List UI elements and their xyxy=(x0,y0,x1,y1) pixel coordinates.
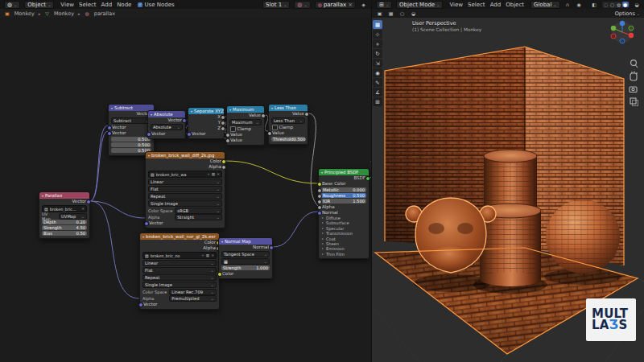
editor-type-button[interactable]: ⊞ ⌄ xyxy=(376,1,392,9)
vector-value-field[interactable]: 0.500 xyxy=(111,137,151,142)
menu-item[interactable]: Add xyxy=(99,2,115,8)
shader-type-dropdown[interactable]: Object ⌄ xyxy=(24,1,54,9)
socket-normal-output[interactable]: Normal xyxy=(219,245,272,250)
node-image-texture-normal[interactable]: ▾broken_brick_wall_nor_gl_2k.exr Color A… xyxy=(139,232,220,310)
solid-shading-icon[interactable]: ○ xyxy=(609,2,616,7)
node-math-less-than[interactable]: ▾Less Than Value Less Than⌄ Clamp Value … xyxy=(268,104,308,145)
color-space-dropdown[interactable]: sRGB⌄ xyxy=(175,208,222,214)
socket-vector-input[interactable]: Vector xyxy=(146,220,225,226)
unlink-image-button[interactable]: × xyxy=(211,253,214,257)
node-parallax[interactable]: ▾Parallax Vector ▤ broken_bric... × UV M… xyxy=(39,191,90,239)
alpha-mode-dropdown[interactable]: Premultiplied⌄ xyxy=(169,295,217,302)
socket-value-input[interactable]: Value xyxy=(227,132,264,138)
socket-value-input[interactable]: Value xyxy=(269,130,308,136)
socket-z-output[interactable]: Z xyxy=(188,125,224,131)
node-separate-xyz[interactable]: ▾Separate XYZ X Y Z Vector xyxy=(188,107,225,139)
wireframe-shading-icon[interactable]: ◌ xyxy=(603,2,609,7)
navigation-gizmo[interactable] xyxy=(611,21,634,43)
snap-magnet-icon[interactable]: ∩ xyxy=(564,2,572,8)
extension-dropdown[interactable]: Repeat⌄ xyxy=(148,193,222,200)
socket-base-color-input[interactable]: Base Color xyxy=(319,181,369,187)
uvmap-dropdown[interactable]: UVMap⌄ xyxy=(59,213,87,220)
interpolation-dropdown[interactable]: Linear⌄ xyxy=(148,179,222,185)
image-selector[interactable]: ▤ broken_bric_wa + ▦ × xyxy=(148,171,222,178)
move-tool[interactable]: + xyxy=(373,39,382,48)
vector-value-field[interactable]: 0.500 xyxy=(111,142,151,147)
operation-dropdown[interactable]: Maximum⌄ xyxy=(229,119,262,125)
xray-toggle-icon[interactable]: ◧ xyxy=(591,2,598,8)
alpha-mode-dropdown[interactable]: Straight⌄ xyxy=(175,214,222,220)
node-header[interactable]: ▾Less Than xyxy=(269,105,308,111)
menu-item[interactable]: Select xyxy=(465,2,488,8)
unlink-image-button[interactable]: × xyxy=(217,172,220,176)
socket-value-output[interactable]: Value xyxy=(227,113,264,118)
socket-alpha-input[interactable]: Alpha xyxy=(319,204,369,210)
source-dropdown[interactable]: Single Image⌄ xyxy=(148,200,222,207)
socket-alpha-output[interactable]: Alpha xyxy=(140,245,219,251)
socket-vector-output[interactable]: Vector xyxy=(148,117,185,123)
menu-item[interactable]: Object xyxy=(503,2,526,8)
socket-normal-input[interactable]: Normal xyxy=(319,210,369,216)
rotate-tool[interactable]: ↻ xyxy=(373,49,382,58)
viewport-3d[interactable]: ▦⊹+↻⇲◉✎∡⊞ User Perspective (1) Scene Col… xyxy=(372,18,644,362)
clamp-checkbox[interactable]: Clamp xyxy=(227,126,264,132)
menu-item[interactable]: View xyxy=(58,2,76,8)
source-dropdown[interactable]: Single Image⌄ xyxy=(142,282,217,288)
tweak-select-icon[interactable]: ▣ xyxy=(376,10,383,17)
material-slot-dropdown[interactable]: Slot 1 ⌄ xyxy=(262,1,290,9)
pan-hand-icon[interactable] xyxy=(630,72,637,81)
menu-item[interactable]: View xyxy=(447,2,465,8)
socket-vector-output[interactable]: Vector xyxy=(39,199,89,204)
node-header[interactable]: ▾Maximum xyxy=(227,106,264,113)
menu-item[interactable]: Select xyxy=(76,2,99,8)
node-header[interactable]: ▾Subtract xyxy=(109,105,154,111)
open-image-button[interactable]: ▦ xyxy=(206,253,209,257)
editor-type-button[interactable]: ◍ ⌄ xyxy=(4,1,20,9)
node-vector-absolute[interactable]: ▾Absolute Vector Absolute⌄ Vector xyxy=(147,110,186,139)
operation-dropdown[interactable]: Subtract⌄ xyxy=(111,117,151,124)
measure-tool[interactable]: ∡ xyxy=(373,88,382,97)
color-space-dropdown[interactable]: Linear Rec.709⌄ xyxy=(169,289,217,295)
unlink-material-button[interactable]: × xyxy=(348,2,353,8)
scale-tool[interactable]: ⇲ xyxy=(373,59,382,68)
strength-slider[interactable]: Strength4.50 xyxy=(42,225,87,230)
uvmap-field[interactable]: ▦⌄ xyxy=(221,258,270,265)
node-header[interactable]: ▾broken_brick_wall_nor_gl_2k.exr xyxy=(140,233,219,240)
socket-color-input[interactable]: Color xyxy=(219,271,272,277)
gizmo-z-neg[interactable] xyxy=(620,39,625,43)
socket-y-output[interactable]: Y xyxy=(188,120,224,125)
new-image-button[interactable]: + xyxy=(207,172,210,176)
socket-color-output[interactable]: Color xyxy=(146,158,225,164)
proportional-editing-icon[interactable]: ◉ xyxy=(576,2,583,8)
annotate-tool[interactable]: ✎ xyxy=(373,78,382,87)
image-selector[interactable]: ▤ broken_bric_no + ▦ × xyxy=(142,252,217,259)
menu-item[interactable]: Node xyxy=(114,2,134,8)
rendered-shading-icon[interactable]: ● xyxy=(622,2,629,7)
options-dropdown[interactable]: Options ⌄ xyxy=(615,10,640,17)
node-normal-map[interactable]: ▾Normal Map Normal Tangent Space⌄ ▦⌄ Str… xyxy=(218,237,273,279)
brick-sphere[interactable] xyxy=(546,200,620,274)
breadcrumb-object[interactable]: Monkey xyxy=(14,10,35,17)
node-principled-bsdf[interactable]: ▾Principled BSDF BSDF Base Color Metalli… xyxy=(318,168,369,259)
breadcrumb-data[interactable]: Monkey xyxy=(54,10,74,17)
extension-dropdown[interactable]: Repeat⌄ xyxy=(142,274,217,281)
perspective-toggle-icon[interactable] xyxy=(630,98,638,106)
select-circle-mode-icon[interactable]: ○ xyxy=(398,10,406,17)
zoom-icon[interactable] xyxy=(631,60,638,68)
gizmo-x-neg[interactable] xyxy=(611,34,616,39)
material-preview-shading-icon[interactable]: ◍ xyxy=(616,2,622,7)
socket-x-output[interactable]: X xyxy=(188,114,224,120)
menu-item[interactable]: Add xyxy=(488,2,504,8)
node-image-texture-diffuse[interactable]: ▾broken_brick_wall_diff_2k.jpg Color Alp… xyxy=(145,151,225,228)
operation-dropdown[interactable]: Absolute⌄ xyxy=(151,124,183,130)
gizmo-y-axis[interactable] xyxy=(611,26,616,31)
gizmo-y-neg[interactable] xyxy=(629,26,634,31)
select-box-tool[interactable]: ▦ xyxy=(373,20,382,29)
fake-user-button[interactable]: ◈ xyxy=(360,2,367,8)
cursor-tool[interactable]: ⊹ xyxy=(373,30,382,39)
mode-dropdown[interactable]: Object Mode ⌄ xyxy=(396,1,443,9)
socket-alpha-output[interactable]: Alpha xyxy=(146,164,225,170)
node-header[interactable]: ▾Principled BSDF xyxy=(319,169,369,175)
shader-node-editor[interactable]: ▾Parallax Vector ▤ broken_bric... × UV M… xyxy=(0,18,371,362)
material-browse-dropdown[interactable]: ◍ ⌄ xyxy=(294,1,310,9)
